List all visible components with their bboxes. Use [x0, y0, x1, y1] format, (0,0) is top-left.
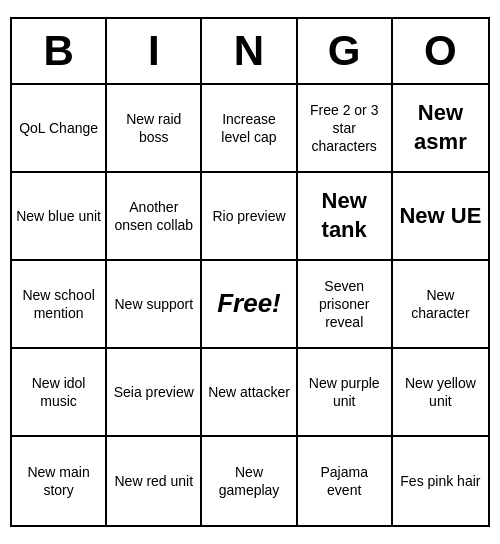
bingo-cell: New main story [12, 437, 107, 525]
bingo-grid: QoL ChangeNew raid bossIncrease level ca… [12, 85, 488, 525]
bingo-cell: Another onsen collab [107, 173, 202, 261]
bingo-header: BINGO [12, 19, 488, 85]
bingo-letter: G [298, 19, 393, 83]
bingo-cell: New raid boss [107, 85, 202, 173]
bingo-cell: New attacker [202, 349, 297, 437]
bingo-cell: Pajama event [298, 437, 393, 525]
bingo-cell: New asmr [393, 85, 488, 173]
bingo-cell: Fes pink hair [393, 437, 488, 525]
bingo-cell: New UE [393, 173, 488, 261]
bingo-cell: New tank [298, 173, 393, 261]
bingo-cell: Free 2 or 3 star characters [298, 85, 393, 173]
bingo-card: BINGO QoL ChangeNew raid bossIncrease le… [10, 17, 490, 527]
bingo-cell: New character [393, 261, 488, 349]
bingo-cell: New purple unit [298, 349, 393, 437]
bingo-letter: O [393, 19, 488, 83]
bingo-cell: New school mention [12, 261, 107, 349]
bingo-cell: QoL Change [12, 85, 107, 173]
bingo-cell: Increase level cap [202, 85, 297, 173]
bingo-cell: Seia preview [107, 349, 202, 437]
bingo-cell: New support [107, 261, 202, 349]
bingo-letter: N [202, 19, 297, 83]
bingo-cell: New red unit [107, 437, 202, 525]
bingo-cell: New gameplay [202, 437, 297, 525]
bingo-cell: New blue unit [12, 173, 107, 261]
bingo-cell: Seven prisoner reveal [298, 261, 393, 349]
bingo-cell: New yellow unit [393, 349, 488, 437]
bingo-letter: B [12, 19, 107, 83]
bingo-cell: Rio preview [202, 173, 297, 261]
bingo-cell: New idol music [12, 349, 107, 437]
bingo-cell: Free! [202, 261, 297, 349]
bingo-letter: I [107, 19, 202, 83]
